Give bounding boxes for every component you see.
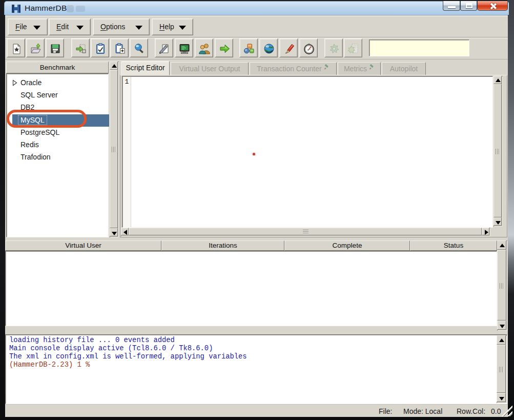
scroll-up-arrow[interactable] bbox=[110, 62, 118, 70]
hammerdb-logo-icon bbox=[12, 5, 20, 13]
scroll-thumb[interactable] bbox=[494, 84, 502, 217]
close-button[interactable] bbox=[477, 1, 508, 11]
status-mode-label: Mode: Local bbox=[403, 407, 442, 415]
test-script-icon bbox=[95, 43, 106, 54]
stop-virtual-users-button[interactable] bbox=[324, 38, 343, 57]
test-script-button[interactable] bbox=[91, 38, 109, 57]
scroll-thumb[interactable] bbox=[110, 70, 118, 228]
scroll-up-arrow[interactable] bbox=[494, 76, 502, 84]
autopilot-timer-button[interactable] bbox=[299, 38, 318, 57]
annotation-highlight-mysql bbox=[7, 110, 87, 128]
virtual-users-icon bbox=[199, 43, 210, 54]
menu-dropdown-arrow-icon bbox=[179, 26, 186, 30]
tab-virtual-user-output[interactable]: Virtual User Output bbox=[171, 62, 249, 75]
tree-expander-icon[interactable] bbox=[12, 79, 17, 86]
edit-options-button[interactable] bbox=[155, 38, 173, 57]
minimize-button[interactable] bbox=[443, 1, 460, 11]
tab-transaction-counter[interactable]: Transaction Counter bbox=[250, 62, 337, 75]
menu-help-button[interactable]: Help bbox=[152, 18, 193, 35]
tab-script-editor[interactable]: Script Editor bbox=[121, 61, 170, 75]
scroll-up-arrow[interactable] bbox=[497, 335, 506, 345]
benchmark-tree-header: Benchmark bbox=[6, 62, 109, 73]
menu-edit-button[interactable]: Edit bbox=[49, 18, 91, 35]
scroll-left-arrow[interactable] bbox=[121, 228, 129, 235]
tree-item-label: PostgreSQL bbox=[19, 128, 61, 136]
web-service-icon bbox=[263, 43, 275, 54]
menu-file-button[interactable]: File bbox=[8, 18, 48, 35]
table-vertical-scrollbar[interactable] bbox=[497, 241, 507, 331]
line-number: 1 bbox=[123, 78, 131, 86]
open-script-button[interactable] bbox=[26, 38, 45, 57]
save-script-button[interactable] bbox=[46, 38, 64, 57]
scroll-up-arrow[interactable] bbox=[497, 241, 506, 250]
delete-virtual-users-button[interactable] bbox=[344, 38, 362, 57]
console-output[interactable]: loading history file ... 0 events addedM… bbox=[5, 334, 507, 404]
editor-vertical-scrollbar[interactable] bbox=[494, 76, 503, 227]
window-title: HammerDB bbox=[25, 4, 67, 13]
menu-label: File bbox=[15, 23, 27, 31]
maximize-button[interactable] bbox=[460, 1, 477, 11]
tree-item-postgresql[interactable]: PostgreSQL bbox=[7, 127, 108, 139]
delete-virtual-users-icon bbox=[348, 43, 359, 54]
tab-label: Metrics bbox=[344, 65, 367, 73]
menu-options-button[interactable]: Options bbox=[93, 18, 150, 35]
edit-options-icon bbox=[159, 43, 170, 54]
scroll-down-arrow[interactable] bbox=[497, 393, 506, 402]
load-driver-script-button[interactable] bbox=[71, 38, 90, 57]
annotation-click-dot bbox=[253, 153, 255, 155]
table-column-status[interactable]: Status bbox=[410, 241, 497, 251]
table-column-virtual-user[interactable]: Virtual User bbox=[5, 241, 161, 251]
toolbar-entry[interactable] bbox=[369, 39, 469, 56]
menu-dropdown-arrow-icon bbox=[135, 26, 142, 30]
new-script-icon bbox=[11, 43, 22, 54]
scroll-down-arrow[interactable] bbox=[110, 228, 118, 236]
titlebar[interactable]: HammerDB bbox=[4, 1, 509, 15]
build-schema-button[interactable] bbox=[239, 38, 258, 57]
minimize-icon bbox=[448, 6, 456, 8]
tree-item-redis[interactable]: Redis bbox=[7, 139, 108, 151]
transaction-counter-button[interactable] bbox=[279, 38, 298, 57]
menu-dropdown-arrow-icon bbox=[33, 26, 40, 30]
table-column-complete[interactable]: Complete bbox=[284, 241, 410, 251]
titlebar-ghost-icon bbox=[67, 5, 74, 12]
benchmark-tree[interactable]: OracleSQL ServerDB2MySQLPostgreSQLRedisT… bbox=[6, 73, 109, 237]
table-column-iterations[interactable]: Iterations bbox=[161, 241, 284, 251]
tab-label: Virtual User Output bbox=[179, 65, 240, 73]
virtual-users-button[interactable] bbox=[195, 38, 213, 57]
window-border-right bbox=[507, 0, 514, 420]
new-script-button[interactable] bbox=[7, 38, 25, 57]
run-virtual-users-button[interactable] bbox=[215, 38, 233, 57]
menu-dropdown-arrow-icon bbox=[76, 26, 84, 30]
tree-item-sql-server[interactable]: SQL Server bbox=[7, 89, 108, 102]
scroll-down-arrow[interactable] bbox=[497, 321, 506, 330]
editor-horizontal-scrollbar[interactable] bbox=[121, 228, 490, 236]
tab-autopilot[interactable]: Autopilot bbox=[382, 62, 426, 75]
open-script-icon bbox=[30, 43, 42, 54]
status-rowcol-value: 0.0 bbox=[491, 407, 501, 415]
status-rowcol-label: Row.Col: bbox=[457, 407, 485, 415]
tab-label: Transaction Counter bbox=[257, 65, 321, 73]
copy-script-icon bbox=[114, 43, 126, 54]
scroll-thumb[interactable] bbox=[129, 228, 482, 235]
scroll-down-arrow[interactable] bbox=[494, 217, 502, 226]
tree-item-oracle[interactable]: Oracle bbox=[7, 77, 108, 89]
tab-chart-icon bbox=[324, 63, 330, 69]
virtual-user-table[interactable] bbox=[5, 251, 497, 326]
tree-item-trafodion[interactable]: Trafodion bbox=[7, 151, 108, 164]
script-editor-textarea[interactable]: 1 bbox=[122, 76, 493, 228]
scroll-right-arrow[interactable] bbox=[482, 228, 489, 235]
console-display-icon bbox=[179, 43, 190, 54]
build-schema-icon bbox=[243, 43, 255, 54]
search-script-button[interactable] bbox=[130, 38, 148, 57]
scroll-thumb[interactable] bbox=[497, 345, 506, 393]
console-line: (HammerDB-2.23) 1 % bbox=[9, 361, 247, 369]
copy-script-button[interactable] bbox=[110, 38, 129, 57]
console-vertical-scrollbar[interactable] bbox=[497, 335, 507, 403]
scroll-thumb[interactable] bbox=[497, 250, 506, 321]
console-text: loading history file ... 0 events addedM… bbox=[9, 336, 247, 369]
tab-chart-icon bbox=[369, 63, 375, 69]
tree-vertical-scrollbar[interactable] bbox=[110, 62, 119, 237]
tab-metrics[interactable]: Metrics bbox=[338, 62, 381, 75]
console-display-button[interactable] bbox=[175, 38, 193, 57]
web-service-button[interactable] bbox=[259, 38, 278, 57]
